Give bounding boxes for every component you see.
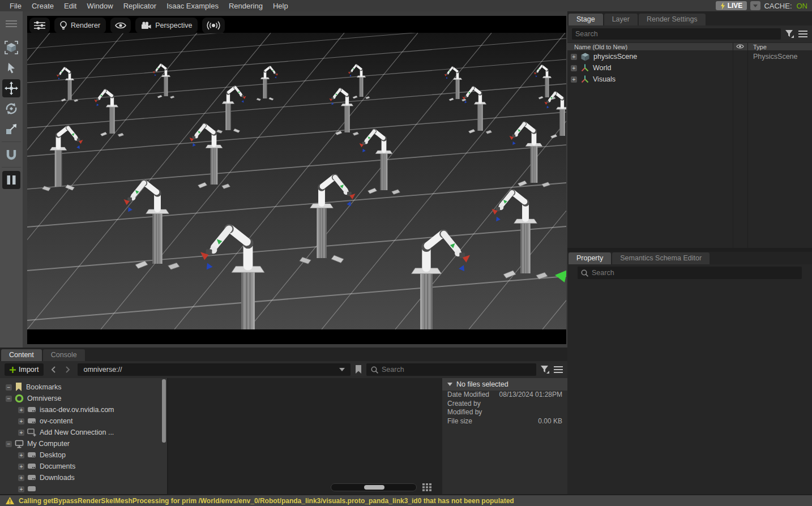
menu-isaac-examples[interactable]: Isaac Examples — [161, 2, 224, 10]
grid-view-icon[interactable] — [422, 483, 432, 491]
tab-render-settings[interactable]: Render Settings — [639, 14, 706, 25]
snap-tool-button[interactable] — [2, 145, 20, 164]
tree-item-add-connection[interactable]: + Add New Connection ... — [0, 427, 167, 438]
bookmark-icon[interactable] — [355, 365, 362, 374]
toolbar-drag-handle[interactable] — [2, 15, 20, 33]
content-search-input[interactable] — [382, 366, 532, 374]
tree-scrollbar[interactable] — [162, 379, 166, 443]
stage-tree-header[interactable]: Name (Old to New) Type — [567, 42, 812, 51]
tab-stage[interactable]: Stage — [569, 14, 603, 25]
tab-property[interactable]: Property — [569, 252, 611, 264]
tree-item-label: Downloads — [40, 474, 75, 482]
menu-edit[interactable]: Edit — [59, 2, 82, 10]
expand-toggle[interactable]: + — [18, 430, 24, 436]
stage-search-input[interactable] — [575, 30, 777, 38]
tab-console[interactable]: Console — [43, 349, 85, 361]
file-grid-area[interactable] — [168, 378, 442, 494]
menu-replicator[interactable]: Replicator — [118, 2, 162, 10]
column-name-header[interactable]: Name (Old to New) — [567, 44, 627, 50]
expand-toggle[interactable]: + — [571, 76, 577, 83]
expand-toggle[interactable]: + — [18, 486, 24, 492]
expand-toggle[interactable]: + — [571, 65, 577, 71]
menu-rendering[interactable]: Rendering — [224, 2, 268, 10]
pause-icon — [6, 174, 17, 186]
expand-toggle[interactable]: + — [18, 407, 24, 413]
file-details-panel: No files selected Date Modified 08/13/20… — [442, 378, 567, 494]
tree-item-my-computer[interactable]: − My Computer — [0, 438, 167, 449]
move-tool-button[interactable] — [2, 79, 20, 97]
filter-icon[interactable] — [541, 366, 549, 374]
tab-content[interactable]: Content — [1, 349, 42, 361]
tree-item-partial[interactable]: + — [0, 483, 167, 494]
details-header[interactable]: No files selected — [442, 378, 567, 391]
options-menu-icon[interactable] — [798, 31, 807, 37]
detail-row-created-by: Created by — [442, 400, 567, 409]
path-breadcrumb[interactable]: omniverse:// — [78, 363, 351, 376]
expand-toggle[interactable]: + — [18, 475, 24, 481]
content-search[interactable] — [366, 363, 536, 376]
toolbar-separator — [2, 141, 21, 142]
slider-thumb[interactable] — [364, 485, 384, 490]
stage-row-world[interactable]: + World — [567, 62, 812, 74]
expand-toggle[interactable]: + — [18, 452, 24, 458]
tree-item-omniverse[interactable]: − Omniverse — [0, 393, 167, 404]
property-search[interactable] — [578, 267, 802, 279]
collapse-toggle[interactable]: − — [6, 384, 12, 391]
tab-semantics-schema-editor[interactable]: Semantics Schema Editor — [612, 252, 710, 264]
column-divider[interactable] — [733, 42, 733, 248]
scale-tool-button[interactable] — [2, 120, 20, 138]
cache-status: ON — [797, 2, 808, 10]
menu-create[interactable]: Create — [27, 2, 59, 10]
prim-name: physicsScene — [593, 53, 637, 61]
viewport[interactable]: Renderer — [27, 16, 566, 344]
stage-row-visuals[interactable]: + Visuals — [567, 74, 812, 85]
nav-forward-button[interactable] — [63, 364, 73, 375]
tree-item-bookmarks[interactable]: − Bookmarks — [0, 381, 167, 393]
tree-item-downloads[interactable]: + Downloads — [0, 472, 167, 483]
pause-button[interactable] — [2, 171, 20, 189]
property-empty-area — [567, 281, 812, 494]
collapse-toggle[interactable]: − — [6, 396, 12, 402]
tab-layer[interactable]: Layer — [604, 14, 638, 25]
viewport-settings-button[interactable] — [29, 18, 50, 33]
menu-help[interactable]: Help — [268, 2, 293, 10]
selection-mode-button[interactable] — [2, 38, 20, 57]
isaac-sim-app: File Create Edit Window Replicator Isaac… — [0, 0, 812, 506]
select-tool-button[interactable] — [2, 59, 20, 77]
rotate-tool-button[interactable] — [2, 100, 20, 118]
thumbnail-size-slider[interactable] — [331, 483, 417, 491]
column-divider[interactable] — [747, 42, 748, 248]
panel-gap — [567, 248, 812, 252]
dropdown-arrow-icon[interactable] — [339, 368, 345, 371]
options-menu-icon[interactable] — [554, 366, 563, 373]
column-type-header[interactable]: Type — [753, 44, 767, 50]
detail-value: 08/13/2024 01:28PM — [499, 391, 562, 399]
expand-toggle[interactable]: + — [18, 464, 24, 470]
camera-menu-button[interactable]: Perspective — [135, 18, 198, 33]
live-button[interactable]: LIVE — [716, 1, 747, 10]
menu-file[interactable]: File — [5, 2, 27, 10]
import-button[interactable]: Import — [5, 363, 44, 376]
tree-item-server[interactable]: + ov-content — [0, 415, 167, 427]
tree-item-desktop[interactable]: + Desktop — [0, 449, 167, 461]
tree-item-documents[interactable]: + Documents — [0, 461, 167, 472]
collapse-toggle[interactable]: − — [6, 441, 12, 447]
nav-back-button[interactable] — [48, 364, 58, 375]
property-search-input[interactable] — [592, 269, 798, 277]
visibility-menu-button[interactable] — [110, 18, 131, 33]
expand-toggle[interactable]: + — [571, 54, 577, 60]
filter-icon[interactable] — [785, 30, 794, 38]
lightning-bolt-icon — [720, 2, 725, 10]
viewport-3d-scene[interactable] — [27, 33, 566, 329]
xform-axis-icon — [580, 75, 589, 84]
expand-toggle[interactable]: + — [18, 418, 24, 424]
stage-row-physicsscene[interactable]: + physicsScene PhysicsScene — [567, 51, 812, 62]
live-dropdown-button[interactable] — [750, 1, 760, 10]
live-sync-button[interactable] — [202, 18, 225, 33]
visibility-column-header[interactable] — [736, 44, 744, 50]
stage-search[interactable] — [572, 28, 781, 40]
renderer-menu-button[interactable]: Renderer — [54, 18, 106, 33]
left-toolbar — [0, 11, 23, 348]
menu-window[interactable]: Window — [82, 2, 118, 10]
tree-item-server[interactable]: + isaac-dev.ov.nvidia.com — [0, 404, 167, 415]
